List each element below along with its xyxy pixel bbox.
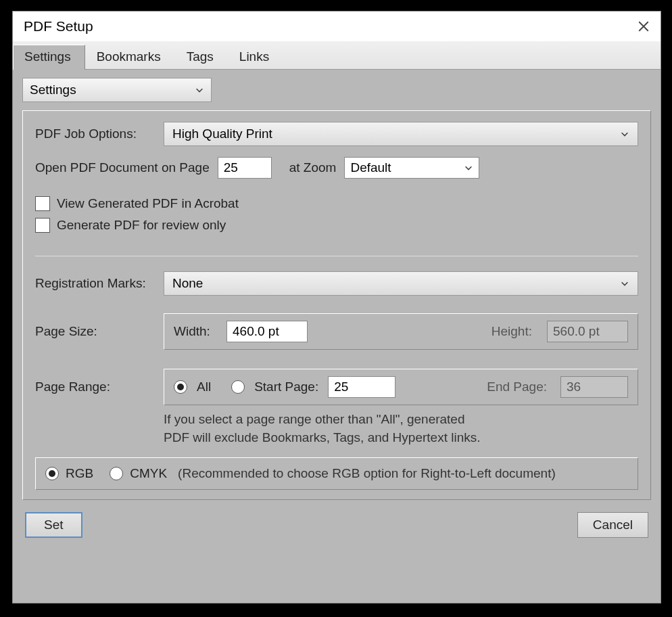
close-button[interactable] [635,18,652,35]
reg-marks-select[interactable]: None [164,271,638,296]
range-start-label[interactable]: Start Page: [254,380,318,394]
rgb-radio[interactable] [45,467,59,480]
review-only-checkbox[interactable] [35,218,50,233]
chevron-down-icon [620,279,629,288]
settings-preset-dropdown[interactable]: Settings [22,78,212,102]
titlebar: PDF Setup [13,12,661,41]
view-generated-row: View Generated PDF in Acrobat [35,196,638,211]
page-size-group: Width: Height: [164,313,638,350]
page-range-row: Page Range: All Start Page: End Page: [35,369,638,405]
review-only-row: Generate PDF for review only [35,218,638,233]
chevron-down-icon [620,129,629,139]
reg-marks-value: None [172,276,203,291]
chevron-down-icon [464,163,473,173]
dialog-window: PDF Setup Settings Bookmarks Tags Links … [12,11,661,603]
end-page-input [560,376,628,398]
zoom-label: at Zoom [289,160,337,175]
reg-marks-label: Registration Marks: [35,276,164,291]
job-options-label: PDF Job Options: [35,127,164,141]
job-options-value: High Quality Print [172,127,272,141]
cmyk-label[interactable]: CMYK [130,466,167,481]
end-page-label: End Page: [487,380,547,394]
range-note: If you select a page range other than "A… [164,411,638,447]
tab-bar: Settings Bookmarks Tags Links [13,41,661,70]
window-title: PDF Setup [21,18,93,35]
width-input[interactable] [226,321,308,342]
content-area: Settings PDF Job Options: High Quality P… [13,70,661,546]
rgb-label[interactable]: RGB [66,466,93,481]
button-row: Set Cancel [22,512,651,538]
open-page-row: Open PDF Document on Page at Zoom Defaul… [35,157,638,179]
open-page-input[interactable] [218,157,272,179]
reg-marks-row: Registration Marks: None [35,271,638,296]
page-range-group: All Start Page: End Page: [164,369,638,405]
range-all-label[interactable]: All [197,380,211,394]
job-options-row: PDF Job Options: High Quality Print [35,122,638,146]
range-note-line1: If you select a page range other than "A… [164,411,638,429]
tab-bookmarks[interactable]: Bookmarks [85,45,175,70]
settings-group: PDF Job Options: High Quality Print Open… [22,110,651,500]
set-button[interactable]: Set [25,512,82,538]
job-options-select[interactable]: High Quality Print [164,122,638,146]
tab-tags[interactable]: Tags [175,45,228,70]
close-icon [638,20,650,32]
view-generated-label: View Generated PDF in Acrobat [57,196,239,211]
range-start-radio[interactable] [231,380,245,394]
settings-preset-label: Settings [30,83,76,97]
divider [35,256,638,256]
page-range-label: Page Range: [35,380,164,394]
page-size-row: Page Size: Width: Height: [35,313,638,350]
start-page-input[interactable] [328,376,395,398]
page-size-label: Page Size: [35,324,164,339]
color-recommend-text: (Recommended to choose RGB option for Ri… [178,466,556,481]
zoom-value: Default [350,160,391,175]
range-note-line2: PDF will exclude Bookmarks, Tags, and Hy… [164,429,638,447]
range-all-radio[interactable] [174,380,187,394]
tab-settings[interactable]: Settings [13,45,85,70]
cancel-button[interactable]: Cancel [577,512,648,538]
zoom-select[interactable]: Default [344,157,479,179]
tab-links[interactable]: Links [228,45,283,70]
open-page-label: Open PDF Document on Page [35,160,210,175]
review-only-label: Generate PDF for review only [57,218,226,233]
color-mode-group: RGB CMYK (Recommended to choose RGB opti… [35,457,638,490]
height-label: Height: [491,324,532,339]
cmyk-radio[interactable] [110,467,123,480]
view-generated-checkbox[interactable] [35,196,50,211]
chevron-down-icon [195,85,204,95]
width-label: Width: [174,324,217,339]
height-input [547,321,628,342]
